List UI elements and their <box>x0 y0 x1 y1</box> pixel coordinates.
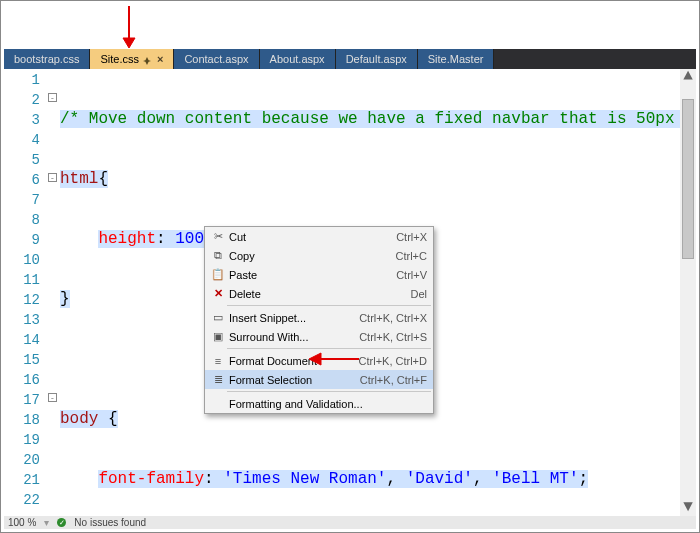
ctx-shortcut: Ctrl+C <box>386 250 427 262</box>
scroll-up-icon[interactable]: ▲ <box>680 69 696 85</box>
ctx-format-selection[interactable]: ≣ Format Selection Ctrl+K, Ctrl+F <box>205 370 433 389</box>
ctx-label: Format Selection <box>227 374 350 386</box>
ctx-label: Insert Snippet... <box>227 312 349 324</box>
ctx-label: Delete <box>227 288 400 300</box>
tab-label: Default.aspx <box>346 53 407 65</box>
fold-column: - - - <box>46 69 60 516</box>
ctx-label: Cut <box>227 231 386 243</box>
tab-label: Site.Master <box>428 53 484 65</box>
annotation-arrow-down <box>119 6 139 48</box>
delete-icon: ✕ <box>209 286 227 302</box>
ctx-shortcut: Ctrl+X <box>386 231 427 243</box>
tab-about-aspx[interactable]: About.aspx <box>260 49 336 69</box>
issues-text: No issues found <box>74 517 146 528</box>
pin-icon[interactable] <box>143 55 151 63</box>
ctx-label: Surround With... <box>227 331 349 343</box>
ctx-separator <box>227 391 431 392</box>
ctx-formatting-validation[interactable]: Formatting and Validation... <box>205 394 433 413</box>
ctx-shortcut: Ctrl+K, Ctrl+F <box>350 374 427 386</box>
ctx-paste[interactable]: 📋 Paste Ctrl+V <box>205 265 433 284</box>
tab-bootstrap-css[interactable]: bootstrap.css <box>4 49 90 69</box>
tab-label: About.aspx <box>270 53 325 65</box>
ctx-cut[interactable]: ✂ Cut Ctrl+X <box>205 227 433 246</box>
tab-site-css[interactable]: Site.css × <box>90 49 174 69</box>
ctx-insert-snippet[interactable]: ▭ Insert Snippet... Ctrl+K, Ctrl+X <box>205 308 433 327</box>
svg-marker-3 <box>309 353 321 365</box>
close-icon[interactable]: × <box>157 53 163 65</box>
ctx-copy[interactable]: ⧉ Copy Ctrl+C <box>205 246 433 265</box>
surround-icon: ▣ <box>209 329 227 345</box>
paste-icon: 📋 <box>209 267 227 283</box>
ctx-shortcut: Del <box>400 288 427 300</box>
tab-site-master[interactable]: Site.Master <box>418 49 495 69</box>
tab-default-aspx[interactable]: Default.aspx <box>336 49 418 69</box>
ctx-shortcut: Ctrl+V <box>386 269 427 281</box>
fold-toggle[interactable]: - <box>48 393 57 402</box>
ctx-shortcut: Ctrl+K, Ctrl+D <box>349 355 427 367</box>
format-document-icon: ≡ <box>209 353 227 369</box>
ctx-shortcut: Ctrl+K, Ctrl+X <box>349 312 427 324</box>
tab-label: bootstrap.css <box>14 53 79 65</box>
code-text: /* Move down content because we have a f… <box>60 110 696 128</box>
check-icon: ✓ <box>57 518 66 527</box>
zoom-level[interactable]: 100 % <box>8 517 36 528</box>
annotation-arrow-right <box>309 348 359 370</box>
tab-label: Contact.aspx <box>184 53 248 65</box>
status-bar: 100 % ▾ ✓ No issues found <box>4 516 696 529</box>
document-tab-bar: bootstrap.css Site.css × Contact.aspx Ab… <box>4 49 696 69</box>
vertical-scrollbar[interactable]: ▲ ▼ <box>680 69 696 516</box>
ctx-delete[interactable]: ✕ Delete Del <box>205 284 433 303</box>
snippet-icon: ▭ <box>209 310 227 326</box>
context-menu: ✂ Cut Ctrl+X ⧉ Copy Ctrl+C 📋 Paste Ctrl+… <box>204 226 434 414</box>
tab-label: Site.css <box>100 53 139 65</box>
ctx-label: Formatting and Validation... <box>227 398 417 410</box>
fold-toggle[interactable]: - <box>48 93 57 102</box>
fold-toggle[interactable]: - <box>48 173 57 182</box>
format-selection-icon: ≣ <box>209 372 227 388</box>
blank-icon <box>209 396 227 412</box>
svg-marker-1 <box>123 38 135 48</box>
ctx-label: Paste <box>227 269 386 281</box>
scroll-down-icon[interactable]: ▼ <box>680 500 696 516</box>
line-number-gutter: 12345678 910111213141516 171819202122 <box>4 69 46 516</box>
scrollbar-thumb[interactable] <box>682 99 694 259</box>
ctx-label: Copy <box>227 250 386 262</box>
cut-icon: ✂ <box>209 229 227 245</box>
copy-icon: ⧉ <box>209 248 227 264</box>
ctx-shortcut: Ctrl+K, Ctrl+S <box>349 331 427 343</box>
ctx-surround-with[interactable]: ▣ Surround With... Ctrl+K, Ctrl+S <box>205 327 433 346</box>
ctx-separator <box>227 305 431 306</box>
tab-contact-aspx[interactable]: Contact.aspx <box>174 49 259 69</box>
